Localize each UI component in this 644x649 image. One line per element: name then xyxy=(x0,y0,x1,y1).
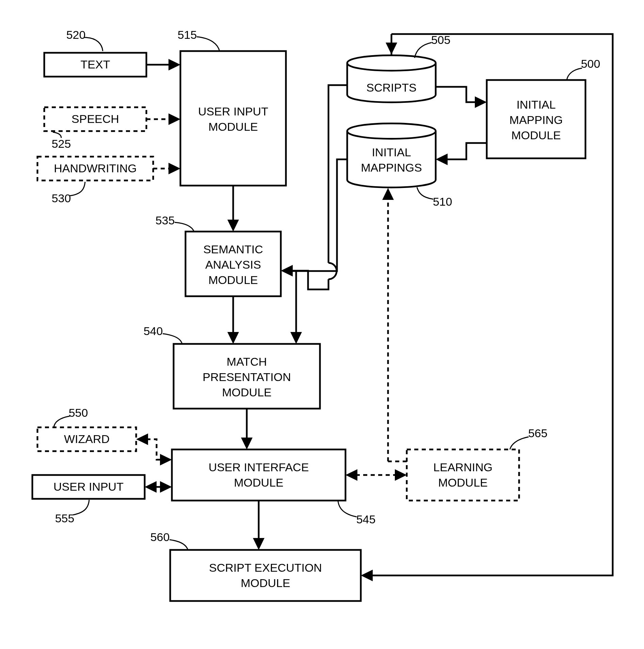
text-box-label: TEXT xyxy=(81,58,110,71)
svg-text:505: 505 xyxy=(431,33,451,46)
initial-mappings-line2: MAPPINGS xyxy=(361,161,422,174)
arrow-ui-learning xyxy=(345,469,407,481)
script-exec-line2: MODULE xyxy=(241,576,290,589)
arrow-match-to-ui xyxy=(241,409,253,449)
match-presentation-module-box: MATCH PRESENTATION MODULE xyxy=(174,344,320,409)
initial-mapping-module-box: INITIAL MAPPING MODULE xyxy=(487,80,585,158)
svg-text:500: 500 xyxy=(581,57,600,70)
svg-marker-56 xyxy=(281,265,293,276)
svg-marker-51 xyxy=(475,96,487,108)
semantic-line1: SEMANTIC xyxy=(203,243,263,256)
user-input-module-line1: USER INPUT xyxy=(198,105,268,118)
svg-marker-54 xyxy=(386,43,397,54)
semantic-analysis-module-box: SEMANTIC ANALYSIS MODULE xyxy=(186,232,281,296)
svg-marker-37 xyxy=(241,438,253,449)
svg-marker-41 xyxy=(160,454,172,465)
arrow-speech-to-uim xyxy=(146,113,180,125)
speech-box-label: SPEECH xyxy=(71,112,119,125)
ref-525: 525 xyxy=(52,132,71,150)
svg-marker-29 xyxy=(168,113,180,125)
svg-marker-43 xyxy=(145,481,157,493)
svg-text:560: 560 xyxy=(150,531,170,543)
arrow-wizard-ui xyxy=(136,433,172,465)
user-input-box: USER INPUT xyxy=(32,475,145,499)
arrow-ui-to-scriptexec xyxy=(253,501,264,550)
svg-text:540: 540 xyxy=(144,324,163,337)
arrow-semantic-to-match xyxy=(227,296,239,344)
ref-510: 510 xyxy=(417,187,452,208)
ref-565: 565 xyxy=(510,427,547,449)
initial-mapping-module-line1: INITIAL xyxy=(516,98,556,111)
svg-text:545: 545 xyxy=(356,513,376,526)
arrow-mappings-to-match xyxy=(290,271,302,344)
handwriting-box-label: HANDWRITING xyxy=(54,162,137,175)
svg-marker-40 xyxy=(136,433,148,445)
svg-marker-35 xyxy=(227,332,239,344)
ref-515: 515 xyxy=(178,28,220,51)
ref-520: 520 xyxy=(66,28,103,51)
ref-530: 530 xyxy=(52,182,85,205)
svg-marker-33 xyxy=(227,220,239,232)
arrow-mappings-to-semantic xyxy=(291,159,347,271)
svg-marker-44 xyxy=(160,481,172,493)
svg-rect-3 xyxy=(180,51,286,186)
speech-box: SPEECH xyxy=(44,107,146,131)
learning-line1: LEARNING xyxy=(433,461,493,474)
diagram-canvas: TEXT SPEECH HANDWRITING USER INPUT MODUL… xyxy=(0,0,644,649)
match-line1: MATCH xyxy=(227,355,267,368)
user-interface-module-box: USER INTERFACE MODULE xyxy=(172,449,345,501)
ref-550: 550 xyxy=(54,406,88,427)
svg-text:550: 550 xyxy=(69,406,88,419)
svg-marker-27 xyxy=(168,59,180,70)
ref-500: 500 xyxy=(567,57,600,80)
wizard-box: WIZARD xyxy=(37,427,136,451)
svg-marker-50 xyxy=(382,188,394,200)
ref-545: 545 xyxy=(338,501,375,526)
arrow-userinput-ui xyxy=(145,481,172,493)
svg-rect-10 xyxy=(407,449,519,501)
svg-rect-9 xyxy=(172,449,345,501)
arrow-uim-to-semantic xyxy=(227,186,239,232)
ui-module-line2: MODULE xyxy=(234,476,283,489)
ref-560: 560 xyxy=(150,531,188,550)
initial-mappings-cylinder: INITIAL MAPPINGS xyxy=(347,124,436,188)
handwriting-box: HANDWRITING xyxy=(37,157,153,180)
scripts-label: SCRIPTS xyxy=(366,81,416,94)
user-input-module-line2: MODULE xyxy=(208,120,258,133)
svg-text:525: 525 xyxy=(52,137,71,150)
semantic-line2: ANALYSIS xyxy=(205,258,261,271)
svg-marker-52 xyxy=(436,154,448,165)
svg-text:530: 530 xyxy=(52,192,71,205)
initial-mapping-module-line3: MODULE xyxy=(511,129,561,142)
match-line2: PRESENTATION xyxy=(203,370,291,383)
scripts-cylinder: SCRIPTS xyxy=(347,56,436,102)
svg-text:510: 510 xyxy=(433,195,452,208)
match-line3: MODULE xyxy=(222,386,271,399)
svg-text:565: 565 xyxy=(528,427,548,440)
arrow-imm-to-mappings xyxy=(436,143,487,165)
svg-marker-58 xyxy=(290,332,302,344)
arrow-text-to-uim xyxy=(146,59,180,70)
initial-mapping-module-line2: MAPPING xyxy=(510,113,563,126)
ref-540: 540 xyxy=(144,324,182,344)
wizard-label: WIZARD xyxy=(64,432,110,445)
arrow-scripts-to-imm xyxy=(436,87,487,108)
svg-marker-31 xyxy=(168,163,180,174)
svg-text:515: 515 xyxy=(178,28,197,41)
ref-505: 505 xyxy=(415,33,450,58)
svg-marker-39 xyxy=(253,538,264,550)
user-input-label: USER INPUT xyxy=(53,480,124,493)
ref-535: 535 xyxy=(156,214,194,232)
ui-module-line1: USER INTERFACE xyxy=(209,461,309,474)
svg-text:555: 555 xyxy=(55,512,75,525)
svg-text:520: 520 xyxy=(66,28,86,41)
svg-rect-11 xyxy=(170,550,361,601)
svg-marker-47 xyxy=(395,469,407,481)
initial-mappings-line1: INITIAL xyxy=(372,146,411,159)
ref-555: 555 xyxy=(55,500,89,525)
learning-module-box: LEARNING MODULE xyxy=(407,449,519,501)
svg-marker-55 xyxy=(361,570,373,581)
script-execution-module-box: SCRIPT EXECUTION MODULE xyxy=(170,550,361,601)
arrow-handwriting-to-uim xyxy=(153,163,180,174)
script-exec-line1: SCRIPT EXECUTION xyxy=(209,561,322,574)
